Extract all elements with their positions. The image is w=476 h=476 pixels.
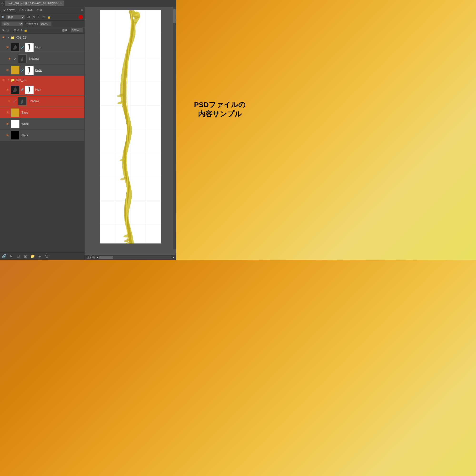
layer-item-base-2[interactable]: 👁 Base — [0, 107, 84, 118]
title-bar-arrows: « — [1, 2, 3, 5]
lock-label: ロック： — [1, 29, 12, 32]
eye-icon-base-2[interactable]: 👁 — [5, 110, 10, 115]
fill-label: 塗り： — [62, 29, 70, 32]
opacity-label: 不透明度： — [26, 22, 39, 26]
tab-paths[interactable]: パス — [35, 7, 44, 13]
layer-item-black[interactable]: 👁 Black — [0, 130, 84, 141]
layer-item-base-1[interactable]: 👁 🔗 Base — [0, 65, 84, 76]
add-mask-button[interactable]: □ — [16, 254, 21, 259]
layer-name-high-1: High — [35, 46, 41, 49]
tab-label: main_001.psd @ 16.7% (001_01, RGB/8#) * — [8, 2, 59, 5]
layer-name-high-2: High — [35, 88, 41, 91]
layer-thumbnail-white — [11, 120, 19, 128]
triangle-icon-001-01: ▼ — [7, 79, 9, 81]
panel-toolbar: 🔗 fx □ ◉ 📁 ＋ 🗑 — [0, 252, 84, 260]
fill-input[interactable] — [71, 28, 83, 33]
annotation-line1: PSDファイルの — [194, 100, 246, 109]
layer-mask-high-2 — [25, 85, 33, 94]
lock-all-icon[interactable]: 🔒 — [24, 29, 27, 32]
eye-icon-shadow-2[interactable]: 👁 — [7, 99, 12, 104]
layers-list: 👁 ▼ 📁 001_02 👁 🔗 — [0, 34, 84, 252]
panel-menu-icon[interactable]: ≡ — [81, 8, 83, 12]
link-layers-button[interactable]: 🔗 — [1, 254, 7, 259]
vertical-scrollbar[interactable] — [173, 7, 176, 249]
eye-icon-base-1[interactable]: 👁 — [5, 68, 10, 73]
status-bar: 16.67% ◂ ▸ — [85, 255, 176, 260]
filter-type-select[interactable]: 種類 — [6, 15, 25, 19]
layer-thumbnail-base-1 — [11, 66, 19, 74]
main-area: レイヤー チャンネル パス ≡ 🔍 種類 🖼 ⊙ T — [0, 7, 176, 260]
adjustment-button[interactable]: ◉ — [23, 254, 28, 259]
eye-icon-high-2[interactable]: 👁 — [5, 87, 10, 92]
tab-layers[interactable]: レイヤー — [1, 7, 17, 13]
eye-icon-group-001-02[interactable]: 👁 — [1, 35, 6, 40]
status-arrow-left: ◂ — [97, 256, 98, 259]
filter-smart-icon[interactable]: 🔒 — [47, 15, 51, 19]
eye-icon-shadow-1[interactable]: 👁 — [7, 56, 12, 61]
lock-pixels-icon[interactable]: ⊠ — [14, 29, 16, 32]
lock-icons: ⊠ ✐ ✛ 🔒 — [14, 29, 27, 32]
layer-group-001-01[interactable]: 👁 ▼ 📁 001_01 — [0, 76, 84, 84]
eye-icon-high-1[interactable]: 👁 — [5, 45, 10, 50]
svg-rect-8 — [11, 108, 19, 117]
triangle-icon-001-02: ▼ — [7, 36, 9, 39]
eye-icon-white[interactable]: 👁 — [5, 121, 10, 127]
layers-panel: レイヤー チャンネル パス ≡ 🔍 種類 🖼 ⊙ T — [0, 7, 85, 260]
horizontal-scrollbar-thumb[interactable] — [99, 256, 113, 259]
group-001-02-name: 001_02 — [17, 36, 26, 39]
canvas-workspace — [85, 7, 176, 255]
photoshop-window: « main_001.psd @ 16.7% (001_01, RGB/8#) … — [0, 0, 176, 260]
layer-item-shadow-2[interactable]: 👁 ↙ Shadow — [0, 95, 84, 107]
layer-thumbnail-base-2 — [11, 108, 19, 117]
layer-mask-base-1 — [25, 66, 33, 74]
right-annotation: PSDファイルの 内容サンプル — [194, 100, 246, 119]
tab-channels[interactable]: チャンネル — [17, 7, 35, 13]
filter-adjust-icon[interactable]: ⊙ — [32, 15, 36, 19]
layer-name-white: White — [21, 122, 29, 126]
horizontal-scrollbar[interactable] — [99, 256, 172, 259]
lock-artboard-icon[interactable]: ✛ — [20, 29, 23, 32]
shadow-link-icon-2: ↙ — [13, 99, 17, 103]
layer-name-shadow-2: Shadow — [29, 100, 39, 103]
shadow-link-icon-1: ↙ — [13, 57, 17, 61]
canvas-image — [100, 10, 161, 243]
new-group-button[interactable]: 📁 — [30, 254, 35, 259]
search-icon: 🔍 — [1, 16, 5, 19]
blend-row: 通過 不透明度： — [0, 21, 84, 27]
tab-close-button[interactable]: × — [60, 2, 62, 5]
layer-item-white[interactable]: 👁 White — [0, 118, 84, 130]
lock-row: ロック： ⊠ ✐ ✛ 🔒 塗り： — [0, 27, 84, 34]
eye-icon-black[interactable]: 👁 — [5, 133, 10, 138]
folder-icon-001-02: 📁 — [11, 35, 15, 40]
folder-icon-001-01: 📁 — [11, 78, 15, 82]
filter-row: 🔍 種類 🖼 ⊙ T □ 🔒 — [0, 14, 84, 21]
layer-mask-high-1 — [25, 43, 33, 52]
opacity-input[interactable] — [40, 21, 52, 26]
delete-layer-button[interactable]: 🗑 — [44, 254, 50, 259]
layer-thumbnail-black — [11, 131, 19, 140]
layer-link-icon-base-1: 🔗 — [20, 68, 24, 72]
title-bar: « main_001.psd @ 16.7% (001_01, RGB/8#) … — [0, 0, 176, 7]
filter-text-icon[interactable]: T — [37, 15, 41, 19]
document-tab[interactable]: main_001.psd @ 16.7% (001_01, RGB/8#) * … — [5, 0, 64, 6]
layer-thumbnail-high-1 — [11, 43, 19, 52]
filter-toggle[interactable] — [79, 15, 83, 19]
layer-link-icon-high-1: 🔗 — [20, 46, 24, 49]
blend-mode-select[interactable]: 通過 — [1, 21, 23, 26]
layer-thumbnail-shadow-2 — [18, 97, 27, 105]
layer-item-high-2[interactable]: 👁 🔗 High — [0, 84, 84, 95]
canvas-container — [100, 10, 161, 243]
layer-name-shadow-1: Shadow — [29, 57, 39, 60]
new-layer-button[interactable]: ＋ — [37, 254, 42, 259]
filter-shape-icon[interactable]: □ — [42, 15, 46, 19]
layer-item-shadow-1[interactable]: 👁 ↙ Shadow — [0, 53, 84, 65]
layer-name-black: Black — [21, 134, 28, 137]
eye-icon-group-001-01[interactable]: 👁 — [1, 77, 6, 83]
vertical-scrollbar-thumb[interactable] — [173, 9, 176, 23]
layer-item-high-1[interactable]: 👁 🔗 High — [0, 42, 84, 53]
layer-fx-button[interactable]: fx — [9, 254, 14, 259]
layer-group-001-02[interactable]: 👁 ▼ 📁 001_02 — [0, 34, 84, 42]
zoom-level: 16.67% — [86, 256, 95, 259]
filter-image-icon[interactable]: 🖼 — [27, 15, 31, 19]
lock-move-icon[interactable]: ✐ — [17, 29, 19, 32]
